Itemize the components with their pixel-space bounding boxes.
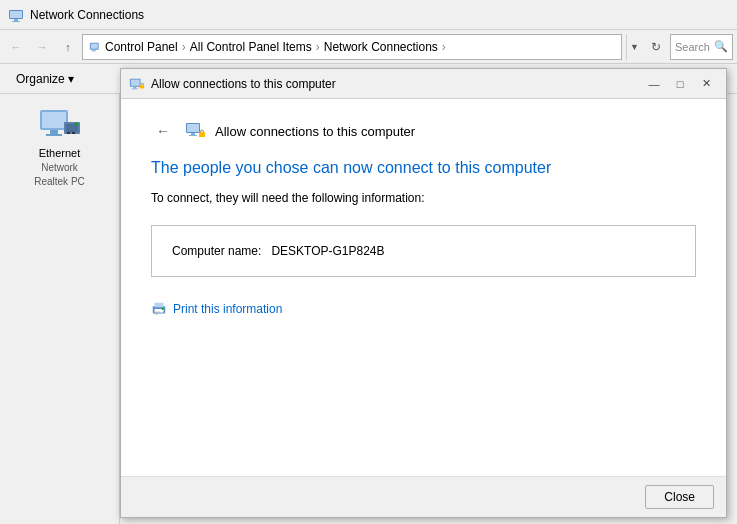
dialog-body: ← Allow connections to this computer The…	[121, 99, 726, 476]
main-area: Ethernet Network Realtek PC Allow connec…	[0, 94, 737, 524]
svg-rect-25	[189, 135, 197, 136]
svg-rect-14	[67, 132, 70, 134]
title-bar: Network Connections	[0, 0, 737, 30]
dialog-title-icon	[129, 76, 145, 92]
search-input[interactable]	[675, 41, 712, 53]
refresh-button[interactable]: ↻	[644, 35, 668, 59]
organize-button[interactable]: Organize ▾	[8, 70, 82, 88]
print-link-row: Print this information	[151, 301, 696, 317]
dialog-heading-text: Allow connections to this computer	[215, 124, 415, 139]
dialog-footer: Close	[121, 476, 726, 517]
svg-rect-29	[155, 303, 164, 307]
address-bar: ← → ↑ Control Panel › All Control Panel …	[0, 30, 737, 64]
print-icon	[151, 301, 167, 317]
window-icon	[8, 7, 24, 23]
svg-rect-2	[12, 21, 20, 22]
svg-point-16	[74, 123, 77, 126]
svg-point-32	[162, 308, 164, 310]
dialog-nav-row: ← Allow connections to this computer	[151, 119, 696, 143]
svg-rect-15	[72, 132, 75, 134]
svg-rect-24	[191, 133, 195, 135]
separator-1: ›	[182, 40, 186, 54]
ethernet-item[interactable]: Ethernet Network Realtek PC	[6, 102, 113, 193]
breadcrumb-part-3: Network Connections	[324, 40, 438, 54]
search-box[interactable]: 🔍	[670, 34, 733, 60]
close-window-button[interactable]: ✕	[694, 74, 718, 94]
restore-button[interactable]: □	[668, 74, 692, 94]
ethernet-label: Ethernet	[39, 147, 81, 159]
address-box[interactable]: Control Panel › All Control Panel Items …	[82, 34, 622, 60]
breadcrumb-part-2: All Control Panel Items	[190, 40, 312, 54]
svg-rect-3	[10, 11, 22, 18]
computer-name-value: DESKTOP-G1P824B	[271, 244, 384, 258]
close-dialog-button[interactable]: Close	[645, 485, 714, 509]
svg-rect-19	[133, 86, 136, 88]
svg-rect-6	[93, 49, 96, 50]
minimize-button[interactable]: —	[642, 74, 666, 94]
up-button[interactable]: ↑	[56, 35, 80, 59]
organize-arrow: ▾	[68, 72, 74, 86]
print-link[interactable]: Print this information	[173, 302, 282, 316]
address-icon	[89, 40, 103, 54]
svg-rect-9	[42, 112, 66, 128]
separator-2: ›	[316, 40, 320, 54]
dialog: Allow connections to this computer — □ ✕…	[120, 68, 727, 518]
svg-rect-11	[46, 134, 62, 136]
dialog-back-button[interactable]: ←	[151, 119, 175, 143]
svg-rect-23	[187, 124, 199, 132]
svg-rect-10	[50, 130, 58, 134]
svg-rect-1	[14, 19, 18, 21]
dialog-title-bar: Allow connections to this computer — □ ✕	[121, 69, 726, 99]
title-bar-text: Network Connections	[30, 8, 144, 22]
dialog-success-text: The people you chose can now connect to …	[151, 159, 696, 177]
left-panel: Ethernet Network Realtek PC	[0, 94, 120, 524]
forward-button[interactable]: →	[30, 35, 54, 59]
ethernet-sub1: Network	[41, 162, 78, 173]
ethernet-icon	[36, 108, 84, 144]
dialog-heading-row: Allow connections to this computer	[185, 120, 415, 142]
dialog-info-text: To connect, they will need the following…	[151, 191, 696, 205]
address-dropdown-button[interactable]: ▼	[626, 34, 642, 60]
svg-rect-26	[199, 132, 205, 137]
dialog-heading-icon	[185, 120, 207, 142]
computer-name-label: Computer name:	[172, 244, 261, 258]
organize-label: Organize	[16, 72, 65, 86]
svg-rect-30	[155, 312, 160, 313]
info-box: Computer name: DESKTOP-G1P824B	[151, 225, 696, 277]
dialog-title-text: Allow connections to this computer	[151, 77, 336, 91]
back-button[interactable]: ←	[4, 35, 28, 59]
svg-rect-7	[92, 50, 96, 51]
dialog-window-controls: — □ ✕	[642, 74, 718, 94]
svg-rect-31	[155, 313, 159, 314]
svg-rect-18	[131, 79, 140, 85]
dialog-title-left: Allow connections to this computer	[129, 76, 336, 92]
svg-rect-5	[91, 43, 98, 48]
svg-rect-20	[132, 88, 138, 89]
breadcrumb-part-1: Control Panel	[105, 40, 178, 54]
svg-rect-21	[140, 84, 144, 88]
ethernet-sub2: Realtek PC	[34, 176, 85, 187]
search-icon: 🔍	[714, 40, 728, 53]
separator-3: ›	[442, 40, 446, 54]
